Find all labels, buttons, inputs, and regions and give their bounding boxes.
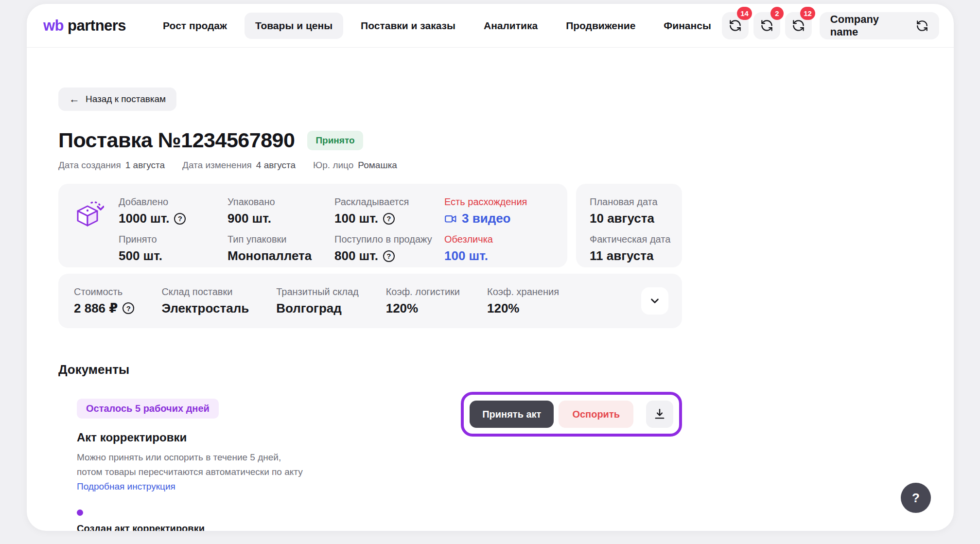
nav-item-finances[interactable]: Финансы bbox=[653, 13, 722, 39]
top-navigation-bar: wbpartners Рост продаж Товары и цены Пос… bbox=[27, 4, 954, 48]
stat-package-type: Тип упаковки Монопаллета bbox=[228, 234, 334, 263]
stat-discrepancies: Есть расхождения 3 видео bbox=[444, 196, 527, 226]
stat-accepted: Принято 500 шт. bbox=[119, 234, 228, 263]
help-button[interactable]: ? bbox=[901, 483, 931, 513]
document-info: Осталось 5 рабочих дней Акт корректировк… bbox=[58, 399, 303, 492]
nav-item-sales-growth[interactable]: Рост продаж bbox=[152, 13, 238, 39]
download-act-button[interactable] bbox=[646, 401, 673, 428]
instruction-link[interactable]: Подробная инструкция bbox=[77, 481, 175, 492]
app-window: wbpartners Рост продаж Товары и цены Пос… bbox=[27, 4, 954, 531]
detail-cost: Стоимость 2 886 ₽ ? bbox=[74, 286, 134, 316]
meta-legal-entity: Юр. лицо Ромашка bbox=[313, 160, 397, 171]
detail-logistics-coef: Коэф. логистики 120% bbox=[386, 286, 460, 316]
header-actions: 14 2 12 Company name bbox=[722, 12, 939, 39]
notification-count-badge: 2 bbox=[770, 7, 784, 20]
page-content: ← Назад к поставкам Поставка №1234567890… bbox=[27, 48, 954, 531]
help-icon[interactable]: ? bbox=[122, 302, 134, 314]
summary-stats-grid: Добавлено 1000 шт. ? Принято 500 шт. Упа… bbox=[119, 196, 527, 255]
stat-on-sale: Поступило в продажу 800 шт. ? bbox=[334, 234, 444, 263]
videos-link[interactable]: 3 видео bbox=[444, 211, 527, 226]
package-box-icon bbox=[73, 199, 104, 230]
document-item: Осталось 5 рабочих дней Акт корректировк… bbox=[58, 399, 682, 492]
document-description: Можно принять или оспорить в течение 5 д… bbox=[77, 450, 303, 479]
help-icon[interactable]: ? bbox=[174, 213, 186, 225]
chevron-down-icon bbox=[648, 295, 661, 307]
title-row: Поставка №1234567890 Принято bbox=[58, 128, 954, 152]
download-icon bbox=[653, 408, 666, 421]
stat-being-shelved: Раскладывается 100 шт. ? bbox=[334, 196, 444, 226]
timeline-event-title: Создан акт корректировки bbox=[77, 523, 954, 531]
document-actions-highlighted: Принять акт Оспорить bbox=[461, 392, 682, 437]
notification-count-badge: 12 bbox=[800, 7, 815, 20]
nav-item-goods-and-prices[interactable]: Товары и цены bbox=[245, 13, 343, 39]
meta-changed: Дата изменения 4 августа bbox=[182, 160, 296, 171]
actual-date: Фактическая дата 11 августа bbox=[590, 234, 668, 263]
notification-button-3[interactable]: 12 bbox=[785, 12, 812, 39]
notification-button-2[interactable]: 2 bbox=[753, 12, 780, 39]
sync-icon bbox=[760, 19, 773, 32]
nav-item-analytics[interactable]: Аналитика bbox=[473, 13, 548, 39]
document-title: Акт корректировки bbox=[77, 431, 303, 444]
video-camera-icon bbox=[444, 212, 457, 225]
logistics-details-card: Стоимость 2 886 ₽ ? Склад поставки Элект… bbox=[58, 274, 682, 328]
wb-partners-logo[interactable]: wbpartners bbox=[43, 17, 126, 35]
back-button-label: Назад к поставкам bbox=[86, 94, 166, 105]
logo-partners: partners bbox=[68, 17, 126, 35]
dates-card: Плановая дата 10 августа Фактическая дат… bbox=[576, 184, 682, 267]
help-icon[interactable]: ? bbox=[383, 250, 395, 262]
documents-section-title: Документы bbox=[58, 362, 954, 377]
timeline-dot-icon bbox=[77, 509, 83, 516]
depersonalized-link[interactable]: 100 шт. bbox=[444, 248, 527, 263]
dispute-button[interactable]: Оспорить bbox=[559, 401, 633, 428]
detail-storage-coef: Коэф. хранения 120% bbox=[487, 286, 559, 316]
notification-button-1[interactable]: 14 bbox=[722, 12, 749, 39]
main-nav: Рост продаж Товары и цены Поставки и зак… bbox=[152, 13, 722, 39]
page-title: Поставка №1234567890 bbox=[58, 128, 295, 152]
detail-supply-warehouse: Склад поставки Электросталь bbox=[161, 286, 249, 316]
stat-added: Добавлено 1000 шт. ? bbox=[119, 196, 228, 226]
sync-icon bbox=[792, 19, 805, 32]
planned-date: Плановая дата 10 августа bbox=[590, 196, 668, 226]
company-selector[interactable]: Company name bbox=[820, 12, 939, 39]
accept-act-button[interactable]: Принять акт bbox=[470, 401, 554, 428]
document-timeline: Создан акт корректировки 20.12.2024 • 20… bbox=[58, 509, 954, 531]
status-badge: Принято bbox=[307, 131, 363, 150]
supply-meta: Дата создания 1 августа Дата изменения 4… bbox=[58, 160, 954, 171]
nav-item-supplies-and-orders[interactable]: Поставки и заказы bbox=[350, 13, 466, 39]
sync-icon bbox=[916, 19, 928, 32]
expand-details-button[interactable] bbox=[641, 287, 668, 315]
help-icon[interactable]: ? bbox=[383, 213, 395, 225]
meta-created: Дата создания 1 августа bbox=[58, 160, 165, 171]
notification-count-badge: 14 bbox=[737, 7, 752, 20]
arrow-left-icon: ← bbox=[69, 94, 80, 105]
sync-icon bbox=[729, 19, 742, 32]
stat-packed: Упаковано 900 шт. bbox=[228, 196, 334, 226]
supply-summary-card: Добавлено 1000 шт. ? Принято 500 шт. Упа… bbox=[58, 184, 567, 267]
nav-item-promotion[interactable]: Продвижение bbox=[555, 13, 646, 39]
detail-transit-warehouse: Транзитный склад Волгоград bbox=[276, 286, 358, 316]
company-name-label: Company name bbox=[830, 13, 908, 38]
stat-depersonalized: Обезличка 100 шт. bbox=[444, 234, 527, 263]
back-to-supplies-button[interactable]: ← Назад к поставкам bbox=[58, 88, 176, 111]
logo-wb: wb bbox=[43, 17, 64, 35]
deadline-badge: Осталось 5 рабочих дней bbox=[77, 399, 219, 419]
